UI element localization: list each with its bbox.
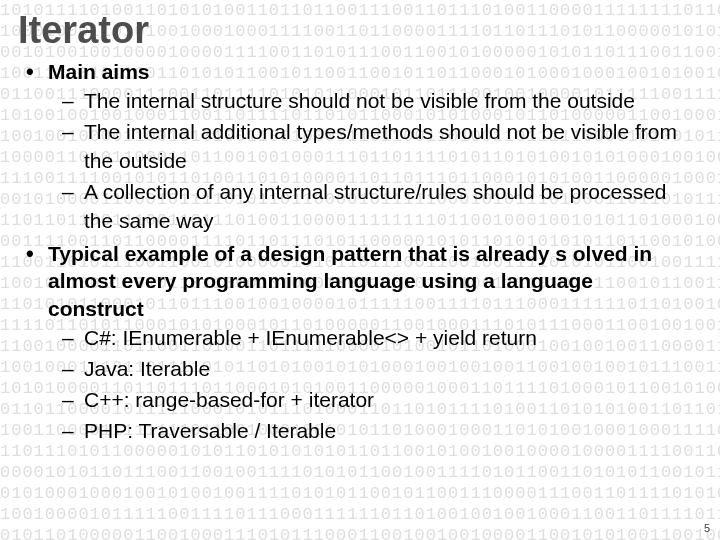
bullet-level1: Typical example of a design pattern that… [26, 240, 682, 446]
bullet-level2: Java: Iterable [62, 355, 682, 384]
bullet-level2: The internal additional types/methods sh… [62, 118, 682, 176]
bullet-list: Main aimsThe internal structure should n… [26, 58, 682, 446]
slide-title: Iterator [18, 10, 682, 52]
bullet-level2: C#: IEnumerable + IEnumerable<> + yield … [62, 324, 682, 353]
bullet-level2: PHP: Traversable / Iterable [62, 417, 682, 446]
bullet-level2: The internal structure should not be vis… [62, 87, 682, 116]
bullet-level2: C++: range-based-for + iterator [62, 386, 682, 415]
sub-bullet-list: The internal structure should not be vis… [62, 87, 682, 236]
slide-content: Iterator Main aimsThe internal structure… [0, 0, 720, 446]
bullet-level1-label: Typical example of a design pattern that… [48, 242, 652, 320]
page-number: 5 [704, 522, 710, 534]
bullet-level2: A collection of any internal structure/r… [62, 178, 682, 236]
bullet-level1-label: Main aims [48, 60, 150, 83]
sub-bullet-list: C#: IEnumerable + IEnumerable<> + yield … [62, 324, 682, 446]
bullet-level1: Main aimsThe internal structure should n… [26, 58, 682, 236]
